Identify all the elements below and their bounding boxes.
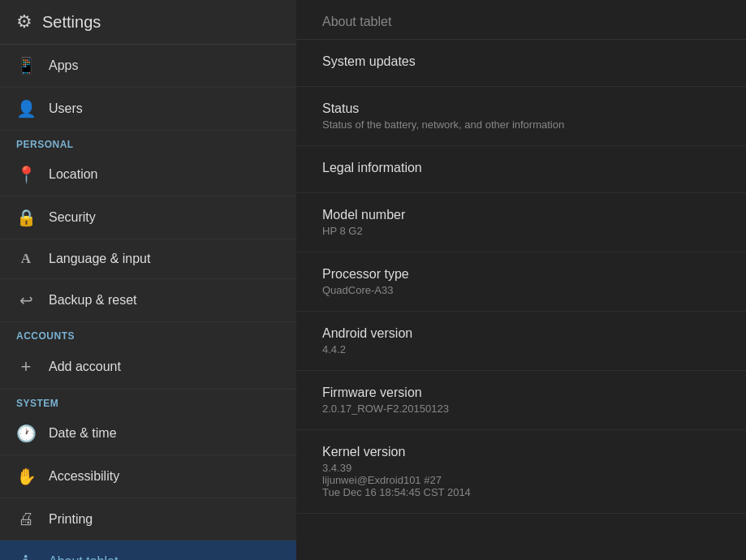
item-title: System updates <box>322 54 720 69</box>
sidebar-item-label: Add account <box>49 360 121 374</box>
about-icon: ℹ <box>16 552 36 560</box>
content-item-system-updates[interactable]: System updates <box>296 40 746 87</box>
location-icon: 📍 <box>16 165 36 184</box>
item-subtitle: QuadCore-A33 <box>322 284 720 296</box>
sidebar-item-users[interactable]: 👤 Users <box>0 88 296 131</box>
item-title: Legal information <box>322 161 720 175</box>
content-item-status[interactable]: Status Status of the battery, network, a… <box>296 87 746 146</box>
content-item-model[interactable]: Model number HP 8 G2 <box>296 193 746 252</box>
item-subtitle: 2.0.17_ROW-F2.20150123 <box>322 403 720 415</box>
content-item-processor[interactable]: Processor type QuadCore-A33 <box>296 252 746 312</box>
item-subtitle: 4.4.2 <box>322 343 720 355</box>
sidebar-item-label: Backup & reset <box>49 293 137 308</box>
accessibility-icon: ✋ <box>16 467 36 486</box>
content-item-android-version[interactable]: Android version 4.4.2 <box>296 312 746 371</box>
sidebar-item-about[interactable]: ℹ About tablet <box>0 541 296 560</box>
item-title: Firmware version <box>322 386 720 400</box>
sidebar-item-label: Accessibility <box>49 469 119 484</box>
sidebar-title: Settings <box>42 13 101 32</box>
item-title: Processor type <box>322 267 720 282</box>
content-item-legal[interactable]: Legal information <box>296 146 746 193</box>
settings-icon: ⚙ <box>16 11 32 32</box>
sidebar-item-label: Users <box>49 101 83 116</box>
sidebar-item-label: About tablet <box>49 554 118 560</box>
item-subtitle: Status of the battery, network, and othe… <box>322 118 720 131</box>
item-title: Kernel version <box>322 445 720 459</box>
sidebar-item-label: Language & input <box>49 252 150 266</box>
page-title: About tablet <box>296 0 746 40</box>
apps-icon: 📱 <box>16 56 36 75</box>
language-icon: A <box>16 251 36 267</box>
sidebar-item-printing[interactable]: 🖨 Printing <box>0 498 296 541</box>
sidebar-item-backup[interactable]: ↩ Backup & reset <box>0 279 296 322</box>
sidebar-item-label: Apps <box>49 58 78 73</box>
sidebar-item-datetime[interactable]: 🕐 Date & time <box>0 412 296 455</box>
printing-icon: 🖨 <box>16 510 36 528</box>
sidebar-item-language[interactable]: A Language & input <box>0 239 296 279</box>
main-content: About tablet System updates Status Statu… <box>296 0 746 560</box>
section-header-personal: PERSONAL <box>0 131 296 153</box>
datetime-icon: 🕐 <box>16 424 36 443</box>
sidebar-item-accessibility[interactable]: ✋ Accessibility <box>0 455 296 498</box>
backup-icon: ↩ <box>16 291 36 310</box>
sidebar-header: ⚙ Settings <box>0 0 296 45</box>
section-header-system: SYSTEM <box>0 390 296 412</box>
sidebar-item-location[interactable]: 📍 Location <box>0 153 296 196</box>
content-item-kernel[interactable]: Kernel version 3.4.39 lijunwei@Exdroid10… <box>296 430 746 514</box>
item-title: Model number <box>322 208 720 222</box>
item-subtitle: HP 8 G2 <box>322 225 720 237</box>
sidebar-item-label: Security <box>49 210 96 225</box>
users-icon: 👤 <box>16 99 36 118</box>
sidebar-item-label: Date & time <box>49 426 117 441</box>
sidebar-item-label: Printing <box>49 512 93 527</box>
item-title: Status <box>322 101 720 116</box>
security-icon: 🔒 <box>16 208 36 227</box>
section-header-accounts: ACCOUNTS <box>0 322 296 345</box>
item-subtitle: 3.4.39 lijunwei@Exdroid101 #27 Tue Dec 1… <box>322 462 720 498</box>
sidebar-item-apps[interactable]: 📱 Apps <box>0 45 296 88</box>
content-item-firmware[interactable]: Firmware version 2.0.17_ROW-F2.20150123 <box>296 371 746 430</box>
item-title: Android version <box>322 326 720 341</box>
add-icon: + <box>16 356 36 377</box>
sidebar-item-label: Location <box>49 167 98 182</box>
sidebar: ⚙ Settings 📱 Apps 👤 Users PERSONAL 📍 Loc… <box>0 0 296 560</box>
sidebar-item-add-account[interactable]: + Add account <box>0 345 296 390</box>
sidebar-item-security[interactable]: 🔒 Security <box>0 196 296 239</box>
